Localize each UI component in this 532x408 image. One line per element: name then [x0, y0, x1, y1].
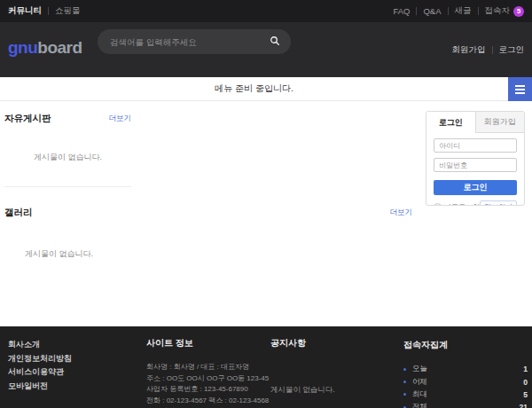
bullet-icon [403, 393, 406, 396]
main-header: gnuboard 회원가입 로그인 [0, 22, 532, 77]
footer-link-terms[interactable]: 서비스이용약관 [8, 365, 72, 380]
stat-value: 5 [523, 390, 528, 399]
topbar-link-shop[interactable]: 쇼핑몰 [55, 5, 81, 17]
search-box [98, 29, 291, 54]
password-field[interactable] [434, 158, 517, 172]
notice-title: 공지사항 [270, 337, 386, 349]
gallery-empty-message: 게시물이 없습니다. [25, 248, 412, 260]
gallery-more-link[interactable]: 더보기 [390, 208, 413, 218]
stat-label: 어제 [412, 377, 523, 388]
logo-text-board: board [37, 38, 82, 57]
notice-empty-message: 게시물이 없습니다. [270, 385, 335, 396]
footer-visitor-stats-column: 접속자집계 오늘 1 어제 0 최대 5 [403, 339, 528, 408]
magnifier-icon [270, 35, 280, 49]
stat-value: 1 [523, 365, 528, 373]
divider [492, 46, 493, 54]
stat-value: 21 [520, 403, 528, 408]
gallery-title: 갤러리 [4, 207, 33, 219]
logo-text-gnu: gnu [8, 38, 37, 57]
footer-link-privacy[interactable]: 개인정보처리방침 [8, 352, 72, 366]
divider [448, 7, 449, 15]
stat-row-today: 오늘 1 [403, 363, 528, 375]
footer-link-company[interactable]: 회사소개 [8, 338, 72, 352]
divider [478, 7, 479, 15]
stat-label: 최대 [412, 389, 523, 400]
login-submit-button[interactable]: 로그인 [434, 180, 517, 195]
site-info-company: 회사명 : 회사명 / 대표 : 대표자명 [146, 362, 269, 373]
footer: 회사소개 개인정보처리방침 서비스이용약관 모바일버전 사이트 정보 회사명 :… [0, 326, 532, 408]
stat-label: 오늘 [412, 364, 523, 374]
find-info-link[interactable]: 정보찾기 [480, 200, 517, 206]
topbar-link-visitors[interactable]: 접속자 [485, 5, 511, 17]
free-board-empty-message: 게시물이 없습니다. [4, 152, 131, 163]
stat-value: 0 [523, 378, 528, 387]
menu-preparing-message: 메뉴 준비 중입니다. [0, 77, 508, 100]
divider [416, 7, 417, 15]
site-info-title: 사이트 정보 [146, 337, 269, 349]
visitor-count-badge: 5 [513, 6, 524, 17]
stat-row-max: 최대 5 [403, 388, 528, 401]
visitor-stats-list: 오늘 1 어제 0 최대 5 전체 21 [403, 363, 528, 408]
login-form: 로그인 자동로그인 정보찾기 [426, 133, 524, 206]
free-board-header: 자유게시판 더보기 [4, 101, 131, 125]
site-info-lines: 회사명 : 회사명 / 대표 : 대표자명 주소 : OO도 OO시 OO구 O… [146, 362, 269, 408]
footer-link-mobile[interactable]: 모바일버전 [8, 380, 72, 394]
topbar-right-links: FAQ Q&A 새글 접속자 5 [393, 5, 524, 17]
free-board-more-link[interactable]: 더보기 [109, 114, 132, 124]
topbar-link-faq[interactable]: FAQ [393, 6, 410, 16]
gallery-header: 갤러리 더보기 [4, 200, 412, 219]
gallery-widget: 갤러리 더보기 게시물이 없습니다. [4, 200, 412, 260]
bullet-icon [403, 368, 406, 371]
site-info-business-no: 사업자 등록번호 : 123-45-67890 [146, 384, 269, 396]
stat-row-yesterday: 어제 0 [403, 375, 528, 388]
auto-login-option[interactable]: 자동로그인 [434, 202, 480, 206]
footer-site-info-column: 사이트 정보 회사명 : 회사명 / 대표 : 대표자명 주소 : OO도 OO… [146, 337, 269, 408]
footer-links-column: 회사소개 개인정보처리방침 서비스이용약관 모바일버전 [8, 338, 72, 393]
footer-notice-column: 공지사항 게시물이 없습니다. [270, 337, 386, 349]
visitor-stats-title: 접속자집계 [403, 339, 528, 351]
divider [48, 7, 49, 15]
topbar-link-qna[interactable]: Q&A [423, 6, 441, 16]
topbar-left-links: 커뮤니티 쇼핑몰 [8, 5, 81, 17]
topbar-link-new-posts[interactable]: 새글 [455, 5, 472, 17]
free-board-title: 자유게시판 [4, 113, 51, 125]
login-box: 로그인 회원가입 로그인 자동로그인 정보찾기 [426, 111, 525, 206]
free-board-widget: 자유게시판 더보기 게시물이 없습니다. [4, 101, 131, 187]
menu-bar: 메뉴 준비 중입니다. [0, 77, 532, 101]
topbar-link-community[interactable]: 커뮤니티 [8, 5, 42, 17]
stat-label: 전체 [412, 402, 520, 408]
auto-login-label: 자동로그인 [444, 202, 480, 206]
login-link[interactable]: 로그인 [499, 44, 525, 56]
tab-signup[interactable]: 회원가입 [475, 112, 525, 133]
site-logo[interactable]: gnuboard [8, 38, 82, 58]
site-info-address: 주소 : OO도 OO시 OO구 OO동 123-45 [146, 373, 269, 385]
tab-login[interactable]: 로그인 [426, 112, 475, 133]
hamburger-menu-button[interactable] [508, 77, 532, 101]
user-id-field[interactable] [434, 138, 517, 153]
signup-link[interactable]: 회원가입 [452, 44, 486, 56]
bullet-icon [403, 381, 406, 383]
search-input[interactable] [110, 37, 270, 47]
stat-row-total: 전체 21 [403, 401, 528, 408]
auto-login-checkbox[interactable] [434, 203, 442, 206]
top-utility-bar: 커뮤니티 쇼핑몰 FAQ Q&A 새글 접속자 5 [0, 0, 532, 22]
search-button[interactable] [270, 35, 280, 49]
site-info-phone-fax: 전화 : 02-123-4567 팩스 : 02-123-4568 [146, 396, 269, 407]
login-box-tabs: 로그인 회원가입 [426, 112, 524, 133]
gnuboard-homepage: 커뮤니티 쇼핑몰 FAQ Q&A 새글 접속자 5 gnuboard [0, 0, 532, 408]
login-options-row: 자동로그인 정보찾기 [434, 200, 517, 206]
account-links: 회원가입 로그인 [452, 22, 525, 77]
